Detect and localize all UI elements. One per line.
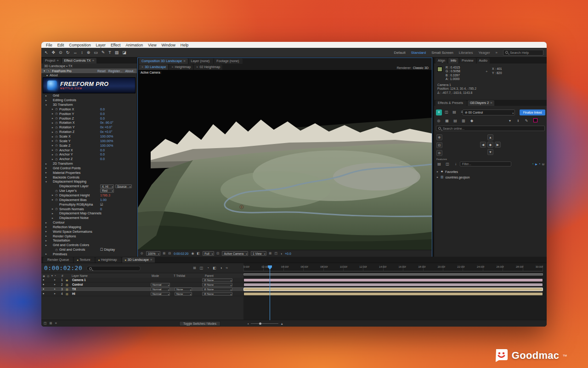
layer-duration-bar[interactable]	[244, 279, 543, 282]
property-value[interactable]: 1786.3	[100, 193, 110, 197]
teal-toggle-icon[interactable]: ▪	[532, 162, 533, 166]
layer-expand-arrow[interactable]: ►	[54, 278, 56, 281]
motion-blur-icon[interactable]: ◑	[220, 266, 222, 270]
expand-arrow-icon[interactable]: ►	[51, 149, 55, 151]
expand-layer-switches-icon[interactable]: ◫	[44, 322, 47, 325]
layer-name[interactable]: HI	[72, 292, 75, 295]
zoom-tool-icon[interactable]: ⊙	[59, 50, 62, 55]
folder-icon[interactable]: ▥	[461, 118, 466, 124]
time-ruler[interactable]: 0:00f02:00f04:00f06:00f08:00f10:00f12:00…	[243, 265, 543, 271]
expand-arrow-icon[interactable]: ►	[45, 162, 49, 165]
property-value[interactable]: ☑	[100, 202, 103, 207]
property-value[interactable]: 0x +0.0°	[100, 130, 113, 134]
effect-property-row[interactable]: ► ◷ Scale Y 100.00%	[41, 138, 137, 143]
effect-property-row[interactable]: ► ◷ Rotation Y 0x +0.0°	[41, 125, 137, 130]
menu-item[interactable]: File	[46, 43, 52, 47]
parent-select[interactable]: ⊘ None	[202, 288, 232, 291]
blue-toggle-icon[interactable]: ▪	[539, 162, 540, 166]
layer-visibility-toggle[interactable]: ●	[43, 292, 44, 295]
effect-property-row[interactable]: Displacement Layer 4. HI Source	[41, 184, 137, 189]
layer-visibility-toggle[interactable]: ●	[43, 283, 44, 286]
show-channel-icon[interactable]: ◧	[197, 252, 200, 255]
panel-menu-icon[interactable]: ≡	[183, 59, 185, 63]
expand-arrow-icon[interactable]: ►	[51, 217, 55, 219]
frame-blending-icon[interactable]: ◧	[213, 266, 216, 270]
stopwatch-icon[interactable]: ◷	[55, 139, 59, 143]
marker-icon[interactable]: ◎	[436, 118, 441, 124]
timeline-search-field[interactable]	[86, 266, 141, 271]
expand-arrow-icon[interactable]: ►	[45, 244, 49, 247]
view-count-select[interactable]: 1 View	[251, 251, 266, 256]
menu-item[interactable]: Help	[181, 43, 188, 47]
search-online-field[interactable]: Search online...	[436, 126, 545, 131]
property-value[interactable]: 0.0	[100, 107, 105, 111]
finalize-linked-button[interactable]: Finalize linked	[520, 109, 545, 115]
dropdown-icon[interactable]: ▾	[507, 118, 513, 124]
expand-arrow-icon[interactable]: ►	[45, 171, 49, 174]
zoom-in-icon[interactable]: ⊕	[436, 134, 442, 140]
effect-property-row[interactable]: ► ◷ Anchor Y 0.0	[41, 152, 137, 157]
effect-header[interactable]: ▼ fx FreeForm Pro ResetRegister...About.…	[41, 69, 137, 73]
expand-arrow-icon[interactable]: ►	[51, 153, 55, 156]
region-of-interest-icon[interactable]: ⊡	[217, 252, 220, 255]
composition-tab[interactable]: Composition 3D Landscape≡	[139, 58, 188, 64]
trkmat-select[interactable]: None	[175, 288, 192, 291]
expand-arrow-icon[interactable]: ►	[45, 176, 49, 178]
brush-tool-icon[interactable]: ▨	[115, 50, 119, 55]
panel-menu-icon[interactable]: ≡	[150, 258, 152, 262]
blend-mode-select[interactable]: Normal	[151, 283, 170, 287]
close-tab-icon[interactable]: ×	[196, 65, 198, 69]
panel-tab[interactable]: GEOlayers 2≡	[468, 100, 494, 106]
view-layout-icon[interactable]: ⊞	[269, 252, 272, 255]
menu-item[interactable]: Layer	[96, 43, 106, 47]
layer-duration-bar[interactable]	[244, 283, 543, 286]
parent-select[interactable]: ⊘ None	[202, 283, 232, 287]
stopwatch-icon[interactable]: ◷	[55, 135, 59, 138]
view-tab[interactable]: ×Heightmap	[169, 64, 193, 70]
panel-tab[interactable]: ■Texture	[74, 257, 95, 263]
property-value[interactable]: 0.0	[100, 112, 105, 116]
effect-link[interactable]: About..	[125, 69, 135, 73]
toggle-switches-button[interactable]: Toggle Switches / Modes	[179, 321, 220, 326]
play-toggle-icon[interactable]: ▶	[535, 162, 537, 166]
property-value[interactable]: Red	[100, 189, 114, 193]
property-value[interactable]: 1.00	[100, 198, 107, 202]
effect-property-row[interactable]: ► ◷ Rotation Z 0x +0.0°	[41, 130, 137, 134]
color-swatch-icon[interactable]	[533, 118, 537, 122]
search-help-field[interactable]: Search Help	[503, 50, 543, 56]
stopwatch-icon[interactable]: ◷	[55, 116, 59, 120]
panel-tab[interactable]: Align	[435, 58, 447, 63]
effect-property-row[interactable]: ► World Space Deformations	[41, 229, 137, 234]
stopwatch-icon[interactable]: ◷	[55, 193, 59, 197]
expand-arrow-icon[interactable]: ►	[51, 131, 55, 133]
type-tool-icon[interactable]: T	[108, 50, 111, 55]
menu-item[interactable]: Edit	[57, 43, 64, 47]
property-value[interactable]: 0x -90.0°	[100, 121, 113, 125]
effect-property-row[interactable]: ► ◷ Smooth Normals 0	[41, 207, 137, 211]
view-tab[interactable]: ×3D Landscape	[139, 64, 168, 70]
effect-property-row[interactable]: ► Render Options	[41, 234, 137, 238]
layer-expand-arrow[interactable]: ►	[54, 292, 56, 295]
fit-view-icon[interactable]: ⊡	[436, 142, 442, 148]
property-value[interactable]: 0x +0.0°	[100, 125, 113, 129]
expand-arrow-icon[interactable]: ►	[45, 239, 49, 242]
sheet-icon[interactable]: ▤	[452, 109, 457, 115]
layer-expand-arrow[interactable]: ►	[54, 283, 56, 286]
zoom-out-mountain-icon[interactable]: ▲	[247, 322, 249, 325]
stopwatch-icon[interactable]: ◷	[55, 148, 59, 152]
pan-down-icon[interactable]: ▼	[487, 149, 493, 155]
panel-tab[interactable]: Audio	[477, 58, 490, 63]
expand-arrow-icon[interactable]: ►	[45, 225, 49, 228]
expand-arrow-icon[interactable]: ▼	[45, 180, 49, 183]
orbit-camera-tool-icon[interactable]: ↻	[66, 50, 70, 55]
effect-property-row[interactable]: ► Displacement Map Channels	[41, 211, 137, 216]
expand-arrow-icon[interactable]: ►	[51, 144, 55, 147]
property-value[interactable]: 100.00%	[100, 139, 113, 143]
composition-viewport[interactable]: Active Camera	[138, 70, 432, 250]
workspace-tab[interactable]: Small Screen	[431, 51, 453, 55]
expand-arrow-icon[interactable]: ►	[51, 126, 55, 129]
add-button[interactable]: +	[436, 109, 442, 115]
selection-tool-icon[interactable]: ↖	[45, 50, 48, 55]
snapshot-icon[interactable]: ◉	[191, 252, 194, 255]
rectangle-tool-icon[interactable]: ▭	[94, 50, 98, 55]
